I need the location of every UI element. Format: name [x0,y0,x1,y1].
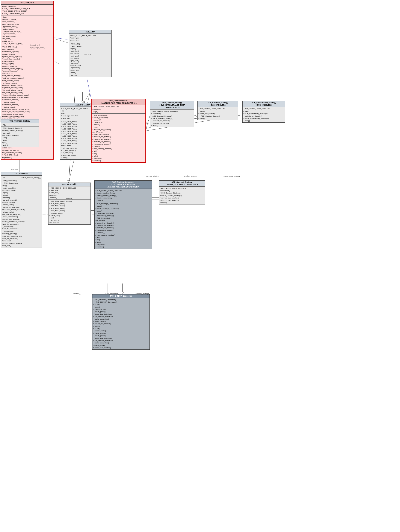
ace-strategy-connector-item: # connect_svc_handler() [95,224,151,227]
tao-connector-item: # wait_for_connection [2,228,41,230]
tao-shmiop-connector-item: + object_key_delimiter() [93,313,149,315]
ace-creation-strategy-item: + make_svc_handler() [198,112,237,115]
tao-connect-strategy-item: + poll() [2,141,38,144]
ace-mem-addr-item: + ACE_ALLOC_HOOK_DECLARE [49,187,90,189]
tao-orb-core-item: - compression_manager_ [2,30,53,33]
ace-mem-addr-section-1: + ACE_ALLOC_HOOK_DECLARE # addr_type_ # … [49,186,91,199]
ace-strategy-connector-item: # non_blocking_handles() [95,234,151,236]
ace-mem-addr-box: ACE_MEM_Addr + ACE_ALLOC_HOOK_DECLARE # … [48,183,91,225]
ace-strategy-connector-item: _strategy_ [95,199,151,202]
ace-concurrency-strategy-item: + ACE_ALLOC_HOOK_DECLARE [243,108,284,110]
tao-shmiop-connector-item: + close() [93,327,149,330]
tao-connector-item: # wait_for_connection [2,223,41,225]
ace-connect-strategy-handler-item: + ACE_Connect_Strategy() [160,192,204,194]
ace-addr-item: + get_addr() [70,59,111,62]
ace-mem-addr-item: # addr_type_ [49,189,90,192]
tao-orb-core-item: + typecodeFactory_adapter_name() [2,94,53,96]
tao-connector-item: + set_validate_endpoint() [2,213,41,216]
ace-connector-svc-item: # nonblocking_connect() [92,143,145,145]
ace-mem-addr-item: + ACE_MEM_Addr() [49,210,90,212]
ace-connect-strategy-svc-item: + ACE_ALLOC_HOOK_DECLARE [151,110,193,112]
tao-connect-strategy-item: + wait_() [2,144,38,146]
tao-shmiop-connector-item: # cancel_svc_handler() [93,323,149,325]
ace-connect-strategy-svc-item: + ACE_Connect_Strategy() [151,115,193,117]
ace-connector-svc-box: ACE_Connector< SVC_HANDLER, ACE_PEER_CON… [91,99,146,163]
ace-connector-svc-item: # info() [92,155,145,157]
tao-orb-core-item: and 11 more... [2,147,53,149]
ace-concurrency-strategy-item: + ~ACE_Concurrency_Strategy() [243,117,284,120]
svg-line-0 [54,39,69,43]
tao-orb-core-item: + TAO_COLLOCATION_THRU_POA [2,7,53,10]
ace-connector-svc-item: # activate_svc_handler() [92,140,145,143]
tao-shmiop-connector-item: + check_prefix() [93,332,149,335]
tao-connector-item: + check_profile() [2,211,41,213]
ace-concurrency-strategy-section: + ACE_ALLOC_HOOK_DECLARE # flags_ + ACE_… [243,107,285,122]
tao-orb-core-item: + fir_client_adapter_name() [2,89,53,91]
label-creation-strategy: creation_strategy_ [184,175,198,177]
tao-connector-item: + make_connection() [2,216,41,218]
ace-mem-addr-item: + ACE_MEM_Addr() [49,205,90,207]
ace-connector-svc-item: # suspend() [92,157,145,160]
tao-shmiop-connector-item: + ~TAO_SHMIOP_Connector() [93,301,149,303]
svg-line-15 [54,38,69,40]
ace-addr-item: + operator==() [70,64,111,67]
ace-connector-svc-item: + connect_n() [92,121,145,123]
tao-shmiop-connector-title: TAO_SHMIOP_Connector [92,294,149,298]
tao-orb-core-item: + connector_registry() [2,51,53,53]
ace-strategy-connector-item: and 33 more... [95,219,151,222]
tao-orb-core-item: + ~TAO_ORB_Core() [2,154,53,156]
tao-orb-core-item: + ziop_adapter() [2,60,53,63]
label-connect-strategy: connect_strategy_ [146,175,160,177]
tao-orb-core-item: + connector_adapter_ [2,99,53,101]
ace-connect-strategy-svc-box: ACE_Connect_Strategy< SVC_HANDLER, ACE_P… [150,101,194,127]
tao-orb-core-item: + protocol_factories() [2,70,53,72]
ace-addr-item: # addr_type_ [70,37,111,39]
label-internal: internal_ [66,200,73,202]
tao-shmiop-connector-item: # open() [93,325,149,327]
ace-addr-item: # addr_size_ [70,39,111,41]
ace-addr-item: + ~ACE_Addr() [70,45,111,47]
label-connect-strategy-2: connect_strategy_ [135,293,149,295]
tao-connector-item: # wait_for_transport() [2,237,41,240]
ace-connect-strategy-handler-item: + ~ACE_Connect_Strategy() [160,194,204,197]
tao-connector-item: + check_prefix() [2,204,41,206]
ace-mem-addr-item: + ACE_MEM_Addr() [49,202,90,205]
ace-creation-strategy-box: ACE_Creation_Strategy< SVC_HANDLER > + A… [197,101,238,120]
ace-connector-svc-item: # resume() [92,160,145,162]
tao-orb-core-item: + typecodeFactory_adapter_name() [2,96,53,99]
tao-shmiop-connector-item: + set_validate_endpoint() [93,315,149,318]
ace-strategy-connector-item: # delete_creation_strategy_ [95,192,151,194]
tao-connector-item: + open() [2,192,41,194]
ace-connector-svc-title: ACE_Connector< SVC_HANDLER, ACE_PEER_CON… [92,99,145,105]
ace-connector-svc-item: + ~ACE_Connector() [92,116,145,119]
ace-mem-addr-item: + get_addr() [49,219,90,222]
tao-connect-strategy-item: + connect() [2,132,38,134]
tao-connector-item: + close() [2,194,41,196]
tao-orb-core-item: + dynamic_adapter_name() [2,87,53,89]
ace-connector-svc-item: # make_svc_handler() [92,133,145,135]
tao-shmiop-connector-item: * make_profile() [93,344,149,347]
ace-mem-addr-item: + set() [49,217,90,219]
label-sap-any-1: sap_any [84,53,91,55]
ace-connector-svc-item: + cancel() [92,123,145,126]
ace-addr-item: + hash() [70,71,111,74]
ace-mem-addr-item: + same_host() [49,214,90,217]
ace-mem-addr-section-2: + ACE_MEM_Addr() + ACE_MEM_Addr() + ACE_… [49,199,91,224]
ace-connector-svc-item: # connect_svc_handler() [92,138,145,140]
tao-orb-core-item: - typecodes_factory_ [2,25,53,28]
tao-orb-core-item: # imr_endpoints_in_ior_ [2,23,53,25]
ace-connect-strategy-svc-item: + connect_svc_handler() [151,120,193,122]
svg-marker-21 [81,101,84,103]
tao-connector-item: + tag() [2,184,41,187]
ace-connect-strategy-svc-section: + ACE_ALLOC_HOOK_DECLARE + connector() +… [150,109,194,127]
ace-mem-addr-item: - external_ [49,194,90,196]
tao-orb-core-item: + operator=() [2,156,53,159]
tao-connect-strategy-section-1: - tag_ [1,123,39,126]
tao-orb-core-title: TAO_ORB_Core [1,1,53,5]
ace-strategy-connector-item: # fini() [95,239,151,241]
ace-concurrency-strategy-box: ACE_Concurrency_Strategy< SVC_HANDLER > … [242,101,285,123]
ace-connector-svc-item: - connector_ [92,108,145,110]
tao-shmiop-connector-item: + make_connection() [93,342,149,344]
tao-orb-core-item: + default_sync_scope_hook() [2,115,53,118]
ace-creation-strategy-item: + dump() [198,117,237,120]
